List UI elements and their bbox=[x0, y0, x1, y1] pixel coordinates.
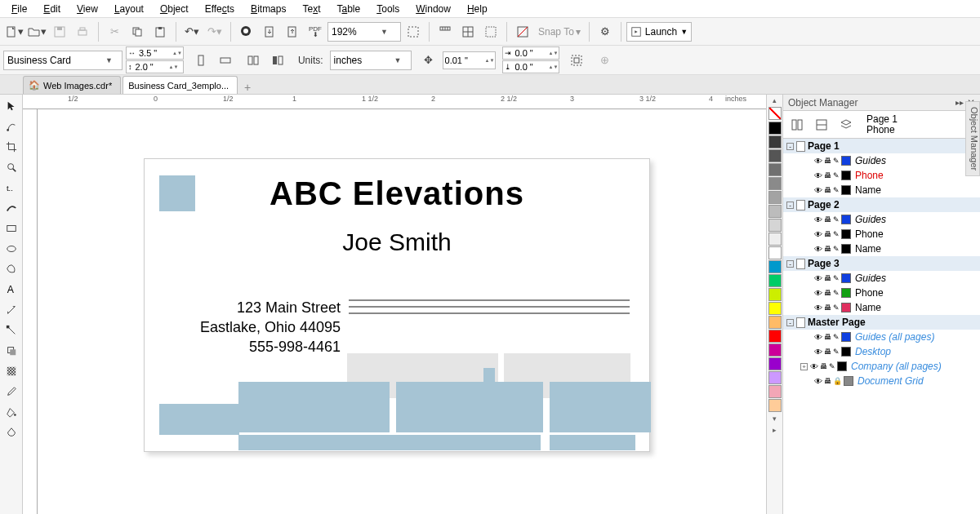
layer-row[interactable]: + 👁 🖶 ✎ Company (all pages) bbox=[783, 359, 980, 374]
swatch[interactable] bbox=[768, 343, 782, 357]
palette-scroll-down[interactable]: ▾ bbox=[767, 413, 782, 424]
layer-color-swatch[interactable] bbox=[841, 215, 851, 224]
edit-across-button[interactable] bbox=[811, 114, 832, 135]
expand-icon[interactable]: + bbox=[800, 363, 808, 370]
swatch[interactable] bbox=[768, 260, 782, 273]
show-props-button[interactable] bbox=[786, 114, 808, 135]
menu-layout[interactable]: Layout bbox=[106, 2, 152, 16]
zoom-input[interactable] bbox=[328, 26, 377, 38]
print-icon[interactable]: 🖶 bbox=[820, 362, 827, 370]
swatch[interactable] bbox=[768, 135, 782, 148]
launch-button[interactable]: Launch ▼ bbox=[626, 22, 692, 42]
panel-flyout-icon[interactable]: ▸▸ bbox=[956, 98, 964, 107]
expand-icon[interactable]: - bbox=[786, 260, 794, 268]
page-width-input[interactable] bbox=[137, 48, 172, 58]
panel-header[interactable]: Object Manager ▸▸ ✕ bbox=[783, 95, 980, 111]
visibility-icon[interactable]: 👁 bbox=[814, 348, 822, 357]
edit-icon[interactable]: ✎ bbox=[833, 333, 840, 341]
menu-bitmaps[interactable]: Bitmaps bbox=[243, 2, 294, 16]
layer-row[interactable]: 👁 🖶 ✎ Name bbox=[783, 183, 980, 197]
edit-icon[interactable]: ✎ bbox=[833, 230, 840, 238]
current-page-button[interactable] bbox=[267, 50, 288, 71]
swatch[interactable] bbox=[768, 316, 782, 329]
print-icon[interactable]: 🖶 bbox=[824, 157, 831, 165]
card-blocks[interactable] bbox=[145, 353, 649, 451]
visibility-icon[interactable]: 👁 bbox=[814, 333, 822, 342]
page-row[interactable]: - Page 2 bbox=[783, 197, 980, 212]
cut-button[interactable]: ✂ bbox=[104, 21, 125, 42]
layer-row[interactable]: 👁 🖶 ✎ Name bbox=[783, 241, 980, 256]
layer-color-swatch[interactable] bbox=[841, 273, 851, 283]
layer-color-swatch[interactable] bbox=[841, 303, 851, 312]
page-preset-input[interactable] bbox=[4, 55, 102, 66]
layer-color-swatch[interactable] bbox=[844, 376, 853, 386]
treat-as-filled-button[interactable] bbox=[566, 50, 587, 71]
edit-icon[interactable]: ✎ bbox=[833, 245, 840, 253]
swatch[interactable] bbox=[768, 371, 782, 384]
layer-color-swatch[interactable] bbox=[841, 185, 851, 195]
edit-icon[interactable]: 🔒 bbox=[833, 377, 842, 385]
visibility-icon[interactable]: 👁 bbox=[814, 274, 822, 283]
options-button[interactable]: ⚙ bbox=[595, 21, 616, 42]
card-lines[interactable] bbox=[349, 299, 630, 319]
layer-color-swatch[interactable] bbox=[837, 361, 847, 371]
paste-button[interactable] bbox=[149, 21, 171, 42]
expand-icon[interactable]: - bbox=[786, 202, 794, 209]
portrait-button[interactable] bbox=[190, 50, 212, 71]
master-page-row[interactable]: - Master Page bbox=[783, 315, 980, 330]
layer-color-swatch[interactable] bbox=[841, 229, 851, 239]
search-button[interactable] bbox=[236, 21, 257, 42]
swatch[interactable] bbox=[768, 288, 782, 301]
rectangle-tool[interactable] bbox=[2, 219, 21, 238]
edit-icon[interactable]: ✎ bbox=[829, 362, 835, 370]
menu-object[interactable]: Object bbox=[152, 2, 197, 16]
dup-x-input[interactable] bbox=[513, 48, 547, 58]
visibility-icon[interactable]: 👁 bbox=[814, 377, 822, 386]
layer-color-swatch[interactable] bbox=[841, 171, 851, 180]
edit-icon[interactable]: ✎ bbox=[833, 274, 840, 282]
visibility-icon[interactable]: 👁 bbox=[814, 157, 822, 166]
print-icon[interactable]: 🖶 bbox=[824, 186, 831, 194]
menu-help[interactable]: Help bbox=[459, 2, 496, 16]
visibility-icon[interactable]: 👁 bbox=[814, 230, 822, 239]
edit-icon[interactable]: ✎ bbox=[833, 157, 840, 165]
artistic-media-tool[interactable] bbox=[2, 198, 21, 218]
copy-button[interactable] bbox=[127, 21, 148, 42]
edit-icon[interactable]: ✎ bbox=[833, 215, 840, 224]
crop-tool[interactable] bbox=[2, 137, 21, 157]
layer-row[interactable]: 👁 🖶 ✎ Phone bbox=[783, 286, 980, 300]
swatch[interactable] bbox=[768, 357, 782, 370]
eyedropper-tool[interactable] bbox=[2, 382, 21, 401]
menu-table[interactable]: Table bbox=[329, 2, 369, 16]
add-preset-button[interactable]: ⊕ bbox=[594, 50, 615, 71]
drawing-canvas[interactable]: ABC Elevations Joe Smith 123 Main Street… bbox=[38, 109, 766, 514]
swatch[interactable] bbox=[768, 399, 782, 412]
edit-icon[interactable]: ✎ bbox=[833, 289, 840, 297]
freehand-tool[interactable]: t.. bbox=[2, 178, 21, 197]
business-card[interactable]: ABC Elevations Joe Smith 123 Main Street… bbox=[144, 158, 650, 452]
layer-row[interactable]: 👁 🖶 🔒 Document Grid bbox=[783, 374, 980, 388]
layer-color-swatch[interactable] bbox=[841, 332, 851, 342]
print-icon[interactable]: 🖶 bbox=[824, 333, 831, 341]
layer-color-swatch[interactable] bbox=[841, 156, 851, 166]
layer-row[interactable]: 👁 🖶 ✎ Name bbox=[783, 300, 980, 315]
swatch[interactable] bbox=[768, 122, 782, 135]
ellipse-tool[interactable] bbox=[2, 239, 21, 259]
layer-color-swatch[interactable] bbox=[841, 288, 851, 298]
doc-tab-business-card[interactable]: Business Card_3emplo... bbox=[122, 76, 238, 94]
polygon-tool[interactable] bbox=[2, 259, 21, 279]
grid-button[interactable] bbox=[457, 21, 479, 42]
swatch[interactable] bbox=[768, 191, 782, 204]
all-pages-button[interactable] bbox=[243, 50, 264, 71]
edit-icon[interactable]: ✎ bbox=[833, 348, 840, 356]
nudge-input[interactable] bbox=[443, 55, 484, 65]
menu-effects[interactable]: Effects bbox=[197, 2, 243, 16]
swatch[interactable] bbox=[768, 274, 782, 287]
page-preset-combo[interactable]: ▼ bbox=[3, 51, 122, 70]
swatch[interactable] bbox=[768, 385, 782, 398]
swatch[interactable] bbox=[768, 205, 782, 218]
layer-color-swatch[interactable] bbox=[841, 347, 851, 357]
layer-row[interactable]: 👁 🖶 ✎ Desktop bbox=[783, 344, 980, 359]
shape-tool[interactable] bbox=[2, 117, 21, 136]
add-tab-button[interactable]: + bbox=[239, 81, 256, 94]
